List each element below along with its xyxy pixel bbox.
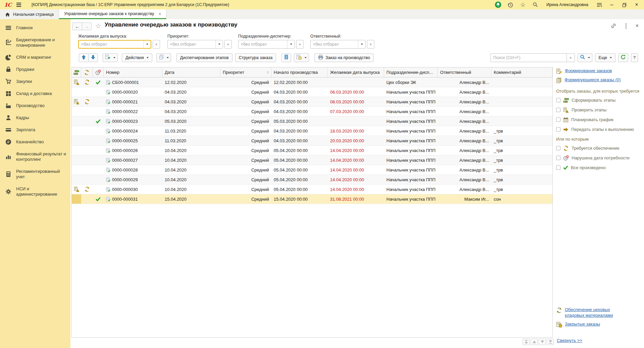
column-header[interactable]: Приоритет↑ <box>220 67 271 77</box>
column-header[interactable]: Комментарий <box>491 67 552 77</box>
clear-filter-button[interactable]: × <box>367 40 374 49</box>
sidebar-item-0[interactable]: Главное <box>0 22 70 34</box>
go-last-button[interactable] <box>547 339 554 345</box>
table-row[interactable]: 0000-00003115.04.2020Средний15.04.2020 0… <box>72 194 552 204</box>
list-view-button[interactable] <box>281 53 291 62</box>
table-row[interactable]: 0000-00002204.03.2020Средний04.03.2020 0… <box>72 107 552 116</box>
forward-button[interactable]: → <box>82 22 92 30</box>
sidebar-item-6[interactable]: Производство <box>0 100 70 112</box>
order-structure-button[interactable]: Структура заказа <box>235 53 276 62</box>
dropdown-icon[interactable] <box>215 40 223 48</box>
more-menu-icon[interactable] <box>625 23 627 29</box>
search-button[interactable] <box>578 53 592 62</box>
table-row[interactable]: 0000-00002104.03.2020Средний04.03.2020 0… <box>72 97 552 107</box>
column-header[interactable]: Ответственный <box>438 67 491 77</box>
main-menu-icon[interactable] <box>15 1 22 8</box>
go-up-button[interactable] <box>531 339 538 345</box>
restore-icon[interactable] <box>621 1 628 8</box>
filter-checkbox-row[interactable]: Сформировать этапы <box>556 95 643 105</box>
search-input[interactable] <box>490 53 567 62</box>
table-row[interactable]: 0000-00002610.04.2020Средний05.04.2020 0… <box>72 146 552 155</box>
production-order-button[interactable]: Заказ на производство <box>314 53 374 62</box>
checkbox[interactable] <box>556 108 560 112</box>
global-search-icon[interactable] <box>532 1 539 8</box>
filter-checkbox-row[interactable]: Нарушена дата потребности <box>556 153 643 163</box>
history-icon[interactable] <box>507 1 514 8</box>
tab-order-queue[interactable]: Управление очередью заказов к производст… <box>59 9 166 19</box>
filter-checkbox-row[interactable]: Передать этапы к выполнению <box>556 125 643 134</box>
column-header-form-stages[interactable] <box>72 67 81 77</box>
checkbox[interactable] <box>556 156 560 160</box>
notifications-icon[interactable] <box>495 1 501 8</box>
filter-input[interactable]: <без отбора> <box>78 40 151 49</box>
column-header-supply[interactable] <box>81 67 93 77</box>
filter-input[interactable]: <без отбора> <box>238 40 295 49</box>
service-menu-icon[interactable] <box>596 1 603 8</box>
clear-filter-button[interactable]: × <box>296 40 304 49</box>
table-row[interactable]: 0000-00002511.03.2020Средний04.03.2020 0… <box>72 136 552 146</box>
clear-search-button[interactable]: × <box>567 53 575 62</box>
column-header[interactable]: Желаемая дата выпуска <box>328 67 384 77</box>
sidebar-item-3[interactable]: Продажи <box>0 63 70 76</box>
move-up-button[interactable] <box>79 53 89 62</box>
checkbox[interactable] <box>556 117 560 122</box>
set-queue-button[interactable] <box>103 53 118 62</box>
column-header[interactable]: Дата <box>162 67 220 77</box>
dispatch-stages-button[interactable]: Диспетчирование этапов <box>176 53 232 62</box>
back-button[interactable]: ← <box>72 22 82 30</box>
sidebar-item-11[interactable]: Регламентированный учет <box>0 165 70 183</box>
filter-checkbox-row[interactable]: Планировать график <box>556 115 643 125</box>
move-down-button[interactable] <box>88 53 98 62</box>
table-row[interactable]: 0000-00002710.04.2020Средний05.04.2020 0… <box>72 155 552 165</box>
filter-checkbox-row[interactable]: Требуется обеспечение <box>556 143 643 153</box>
clear-filter-button[interactable]: × <box>153 40 160 49</box>
column-header[interactable]: Номер <box>104 67 162 77</box>
sidebar-item-9[interactable]: ₽ Казначейство <box>0 136 70 148</box>
checkbox[interactable] <box>556 127 560 132</box>
get-link-icon[interactable] <box>610 23 616 29</box>
dropdown-icon[interactable] <box>287 40 294 48</box>
close-form-icon[interactable]: × <box>636 23 639 29</box>
close-icon[interactable]: × <box>633 1 640 8</box>
sidebar-item-4[interactable]: Закупки <box>0 76 70 88</box>
filter-input[interactable]: <без отбора> <box>167 40 223 49</box>
schedule-button[interactable] <box>294 53 309 62</box>
favorites-icon[interactable]: ☆ <box>520 1 526 8</box>
panel-link[interactable]: Закрытые заказы <box>556 321 640 331</box>
sidebar-item-5[interactable]: Склад и доставка <box>0 88 70 100</box>
help-button[interactable]: ? <box>631 53 638 62</box>
filter-checkbox-row[interactable]: Проверить этапы <box>556 105 643 115</box>
documents-button[interactable] <box>156 53 171 62</box>
sidebar-item-2[interactable]: CRM и маркетинг <box>0 51 70 63</box>
sidebar-item-7[interactable]: Кадры <box>0 112 70 124</box>
column-header-date-violated[interactable] <box>93 67 104 77</box>
sidebar-item-1[interactable]: Бюджетирование и планирование <box>0 34 70 51</box>
tab-home[interactable]: Начальная страница <box>0 9 59 19</box>
checkbox[interactable] <box>556 165 560 170</box>
filter-checkbox-row[interactable]: Все произведено <box>556 163 643 172</box>
refresh-button[interactable] <box>618 53 628 62</box>
minimize-icon[interactable]: – <box>608 1 615 8</box>
sidebar-item-12[interactable]: НСИ и администрирование <box>0 183 70 200</box>
panel-link[interactable]: Формирующиеся заказы (0) <box>556 77 643 86</box>
table-row[interactable]: 0000-00002004.03.2020Средний04.03.2020 0… <box>72 87 552 97</box>
add-favorite-star-icon[interactable]: ☆ <box>95 22 101 30</box>
go-down-button[interactable] <box>539 339 546 345</box>
more-button[interactable]: Еще <box>595 53 615 62</box>
actions-button[interactable]: Действия <box>122 53 152 62</box>
dropdown-icon[interactable] <box>143 41 151 48</box>
go-first-button[interactable] <box>523 339 530 345</box>
dropdown-icon[interactable] <box>358 40 365 48</box>
panel-link[interactable]: Обеспечение цеховых кладовых материалами <box>556 307 640 318</box>
checkbox[interactable] <box>556 146 560 150</box>
sidebar-item-10[interactable]: Финансовый результат и контроллинг <box>0 148 70 165</box>
table-row[interactable]: 0000-00002305.03.2020Средний05.03.2020 0… <box>72 116 552 126</box>
table-row[interactable]: 0000-00002810.04.2020Средний05.04.2020 0… <box>72 165 552 175</box>
table-row[interactable]: 0000-00002411.03.2020Средний04.03.2020 0… <box>72 126 552 136</box>
column-header[interactable]: Начало производства <box>271 67 328 77</box>
clear-filter-button[interactable]: × <box>224 40 232 49</box>
sidebar-item-8[interactable]: Зарплата <box>0 124 70 136</box>
table-row[interactable]: 0000-00002910.04.2020Средний05.04.2020 0… <box>72 175 552 185</box>
panel-link[interactable]: Формирование заказов <box>556 68 643 77</box>
collapse-panel-link[interactable]: Свернуть >> <box>557 338 582 343</box>
